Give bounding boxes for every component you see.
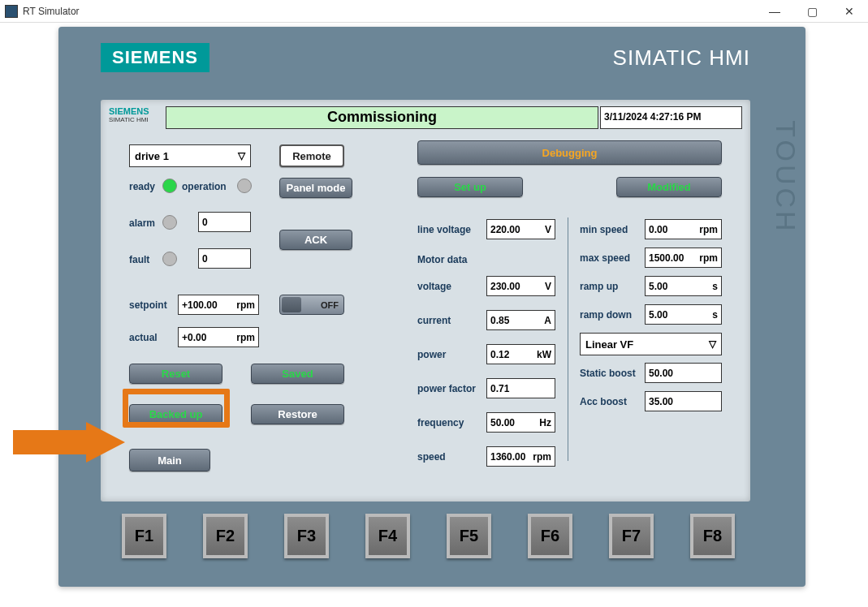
window-title: RT Simulator xyxy=(23,6,80,17)
freq-label: frequency xyxy=(417,417,464,428)
min-speed-value[interactable]: 0.00rpm xyxy=(645,219,722,239)
ramp-up-value[interactable]: 5.00s xyxy=(645,276,722,296)
voltage-label: voltage xyxy=(417,281,451,292)
drive-dropdown[interactable]: drive 1▽ xyxy=(129,144,251,167)
product-name: SIMATIC HMI xyxy=(613,45,750,71)
function-key-row: F1 F2 F3 F4 F5 F6 F7 F8 xyxy=(122,514,735,558)
modified-button[interactable]: Modified xyxy=(616,177,722,197)
max-speed-label: max speed xyxy=(580,252,630,264)
maximize-button[interactable]: ▢ xyxy=(793,0,831,23)
static-boost-label: Static boost xyxy=(580,368,636,379)
callout-arrow-icon xyxy=(13,422,125,463)
line-voltage-label: line voltage xyxy=(417,224,471,235)
app-icon xyxy=(5,5,18,18)
alarm-value[interactable]: 0 xyxy=(198,212,251,232)
line-voltage-value[interactable]: 220.00V xyxy=(486,219,555,239)
pf-label: power factor xyxy=(417,383,476,394)
fault-value[interactable]: 0 xyxy=(198,248,251,269)
ready-label: ready xyxy=(129,181,155,192)
voltage-value[interactable]: 230.00V xyxy=(486,276,555,296)
window-titlebar: RT Simulator — ▢ ✕ xyxy=(0,0,868,23)
mini-brand: SIEMENS SIMATIC HMI xyxy=(109,106,166,129)
f3-key[interactable]: F3 xyxy=(284,514,329,558)
hmi-frame: SIEMENS SIMATIC HMI TOUCH SIEMENS SIMATI… xyxy=(58,27,805,587)
max-speed-value[interactable]: 1500.00rpm xyxy=(645,248,722,268)
restore-button[interactable]: Restore xyxy=(251,404,344,424)
page-title: Commissioning xyxy=(166,106,598,129)
acc-boost-value[interactable]: 35.00 xyxy=(645,391,722,411)
saved-button[interactable]: Saved xyxy=(251,364,344,384)
actual-label: actual xyxy=(129,332,158,343)
divider xyxy=(568,217,568,461)
freq-value[interactable]: 50.00Hz xyxy=(486,412,555,433)
fault-led xyxy=(162,252,177,266)
run-toggle[interactable]: OFF xyxy=(279,295,344,315)
touch-label: TOUCH xyxy=(765,100,805,254)
ramp-down-label: ramp down xyxy=(580,309,632,321)
chevron-down-icon: ▽ xyxy=(709,338,716,350)
reset-button[interactable]: Reset xyxy=(129,364,222,384)
power-value[interactable]: 0.12kW xyxy=(486,344,555,364)
static-boost-value[interactable]: 50.00 xyxy=(645,363,722,383)
f8-key[interactable]: F8 xyxy=(690,514,735,558)
panel-mode-button[interactable]: Panel mode xyxy=(279,178,352,198)
current-value[interactable]: 0.85A xyxy=(486,310,555,330)
setpoint-label: setpoint xyxy=(129,299,167,311)
vf-dropdown[interactable]: Linear VF▽ xyxy=(580,333,722,355)
siemens-logo: SIEMENS xyxy=(101,43,209,72)
remote-button[interactable]: Remote xyxy=(279,144,344,167)
datetime-display: 3/11/2024 4:27:16 PM xyxy=(600,106,742,129)
operation-led xyxy=(237,179,252,193)
ready-led xyxy=(162,179,177,193)
f4-key[interactable]: F4 xyxy=(365,514,410,558)
pf-value[interactable]: 0.71 xyxy=(486,378,555,398)
ramp-up-label: ramp up xyxy=(580,281,618,292)
debugging-button[interactable]: Debugging xyxy=(417,140,722,165)
f5-key[interactable]: F5 xyxy=(447,514,491,558)
minimize-button[interactable]: — xyxy=(756,0,793,23)
ramp-down-value[interactable]: 5.00s xyxy=(645,304,722,325)
close-button[interactable]: ✕ xyxy=(831,0,868,23)
current-label: current xyxy=(417,315,451,326)
f1-key[interactable]: F1 xyxy=(122,514,166,558)
backed-up-button[interactable]: Backed up xyxy=(129,404,222,424)
alarm-label: alarm xyxy=(129,217,155,229)
setpoint-value[interactable]: +100.00rpm xyxy=(178,295,259,315)
actual-value: +0.00rpm xyxy=(178,327,259,347)
setup-button[interactable]: Set up xyxy=(417,177,523,197)
fault-label: fault xyxy=(129,254,149,265)
motor-data-label: Motor data xyxy=(417,254,467,265)
chevron-down-icon: ▽ xyxy=(238,150,245,161)
acc-boost-label: Acc boost xyxy=(580,396,627,407)
main-panel: SIEMENS SIMATIC HMI Commissioning 3/11/2… xyxy=(101,100,750,502)
ack-button[interactable]: ACK xyxy=(279,230,352,250)
svg-marker-0 xyxy=(13,422,125,463)
operation-label: operation xyxy=(182,181,227,192)
power-label: power xyxy=(417,349,446,360)
speed-label: speed xyxy=(417,451,446,463)
speed-value[interactable]: 1360.00rpm xyxy=(486,446,555,467)
f7-key[interactable]: F7 xyxy=(609,514,654,558)
f2-key[interactable]: F2 xyxy=(203,514,248,558)
f6-key[interactable]: F6 xyxy=(528,514,572,558)
alarm-led xyxy=(162,215,177,230)
min-speed-label: min speed xyxy=(580,224,628,235)
main-button[interactable]: Main xyxy=(129,449,210,471)
